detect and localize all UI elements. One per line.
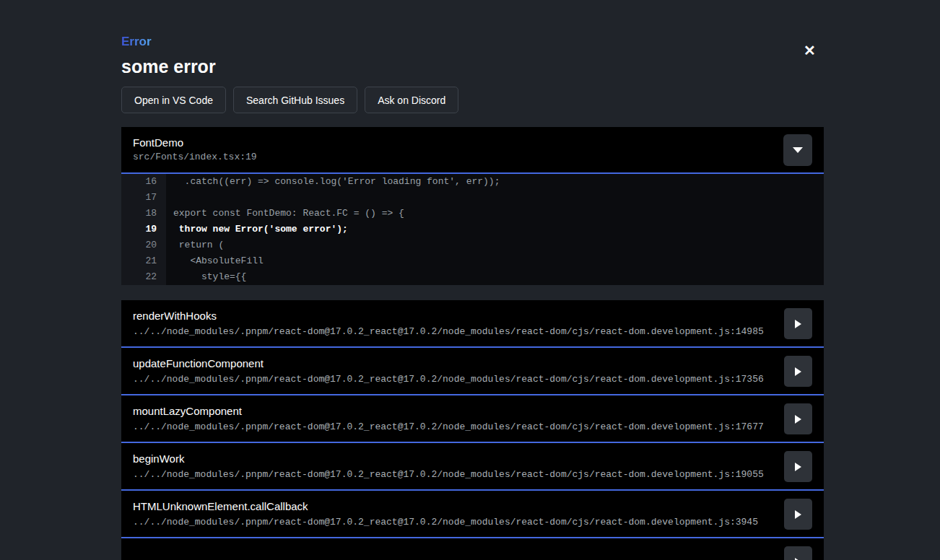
code-line: 22 style={{ — [121, 269, 824, 285]
code-text: style={{ — [166, 269, 824, 285]
source-frame-card: FontDemo src/Fonts/index.tsx:19 16 .catc… — [121, 127, 824, 285]
code-text: <AbsoluteFill — [166, 253, 824, 269]
expand-frame-button[interactable] — [784, 403, 812, 434]
code-text: export const FontDemo: React.FC = () => … — [166, 206, 824, 222]
play-icon — [795, 510, 801, 519]
stack-frame-mountlazycomponent: mountLazyComponent ../../node_modules/.p… — [121, 395, 824, 443]
error-overlay: { "page": { "background": "#20242a", "ac… — [0, 0, 940, 560]
chevron-down-icon — [793, 147, 803, 153]
code-line: 16 .catch((err) => console.log('Error lo… — [121, 174, 824, 190]
code-line: 21 <AbsoluteFill — [121, 253, 824, 269]
error-kicker: Error — [121, 35, 152, 49]
frame-file-path: ../../node_modules/.pnpm/react-dom@17.0.… — [133, 326, 773, 337]
line-number: 19 — [121, 222, 166, 237]
frame-function-name: mountLazyComponent — [133, 405, 773, 417]
search-github-issues-button[interactable]: Search GitHub Issues — [233, 87, 357, 113]
stack-frames-list: renderWithHooks ../../node_modules/.pnpm… — [121, 300, 824, 560]
code-text: throw new Error('some error'); — [166, 222, 824, 237]
play-icon — [795, 463, 801, 471]
frame-function-name: updateFunctionComponent — [133, 357, 773, 369]
code-line: 18export const FontDemo: React.FC = () =… — [121, 206, 824, 222]
frame-file-path: ../../node_modules/.pnpm/react-dom@17.0.… — [133, 374, 773, 385]
play-icon — [795, 367, 801, 376]
frame-function-name: HTMLUnknownElement.callCallback — [133, 500, 773, 512]
stack-frame-updatefunctioncomponent: updateFunctionComponent ../../node_modul… — [121, 348, 824, 395]
stack-frame-partial — [121, 538, 824, 560]
error-overlay-content: Error some error Open in VS Code Search … — [121, 0, 824, 560]
frame-file-path: ../../node_modules/.pnpm/react-dom@17.0.… — [133, 517, 773, 528]
line-number: 17 — [121, 190, 166, 206]
line-number: 20 — [121, 237, 166, 253]
frame-file-path: ../../node_modules/.pnpm/react-dom@17.0.… — [133, 469, 773, 480]
action-buttons-row: Open in VS Code Search GitHub Issues Ask… — [121, 87, 824, 113]
code-line-highlighted: 19 throw new Error('some error'); — [121, 222, 824, 237]
expand-frame-button[interactable] — [784, 546, 812, 560]
ask-on-discord-button[interactable]: Ask on Discord — [365, 87, 458, 113]
expand-frame-button[interactable] — [784, 451, 812, 482]
error-message-title: some error — [121, 57, 824, 76]
open-in-vscode-button[interactable]: Open in VS Code — [121, 87, 226, 113]
code-snippet: 16 .catch((err) => console.log('Error lo… — [121, 172, 824, 285]
expand-frame-button[interactable] — [784, 308, 812, 339]
code-line: 17 — [121, 190, 824, 206]
expand-frame-button[interactable] — [784, 499, 812, 530]
expand-frame-button[interactable] — [784, 356, 812, 387]
play-icon — [795, 320, 801, 328]
frame-file-path: ../../node_modules/.pnpm/react-dom@17.0.… — [133, 421, 773, 432]
stack-frame-renderwithhooks: renderWithHooks ../../node_modules/.pnpm… — [121, 300, 824, 348]
code-line: 20 return ( — [121, 237, 824, 253]
code-text: return ( — [166, 237, 824, 253]
source-function-name: FontDemo — [133, 136, 773, 149]
line-number: 18 — [121, 206, 166, 222]
source-file-location: src/Fonts/index.tsx:19 — [133, 152, 773, 162]
play-icon — [795, 558, 801, 560]
play-icon — [795, 415, 801, 424]
line-number: 16 — [121, 174, 166, 190]
collapse-frame-button[interactable] — [783, 134, 812, 166]
line-number: 22 — [121, 269, 166, 285]
frame-function-name: beginWork — [133, 452, 773, 465]
frame-function-name: renderWithHooks — [133, 310, 773, 322]
source-frame-header: FontDemo src/Fonts/index.tsx:19 — [121, 127, 824, 172]
stack-frame-callcallback: HTMLUnknownElement.callCallback ../../no… — [121, 491, 824, 538]
code-text: .catch((err) => console.log('Error loadi… — [166, 174, 824, 190]
stack-frame-beginwork: beginWork ../../node_modules/.pnpm/react… — [121, 443, 824, 491]
line-number: 21 — [121, 253, 166, 269]
code-text — [166, 190, 824, 206]
